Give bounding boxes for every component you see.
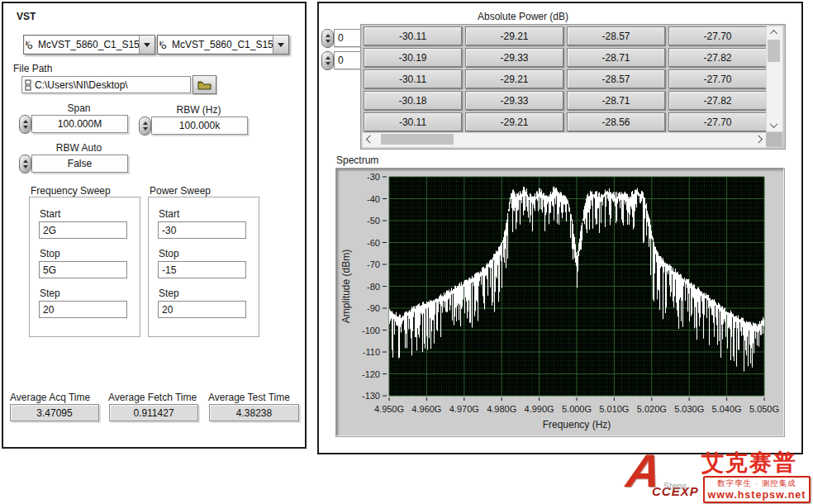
increment-icon[interactable] [326,31,330,37]
table-cell-4-1[interactable]: -29.21 [465,112,563,131]
spectrum-graph-label: Spectrum [336,155,378,166]
file-path-value[interactable]: C:\Users\NI\Desktop\ [35,79,128,91]
scroll-right-button[interactable] [754,133,766,145]
vst-label: VST [17,11,36,22]
table-cell-4-0[interactable]: -30.11 [364,112,462,131]
increment-icon[interactable] [326,54,330,59]
table-cell-0-3[interactable]: -27.70 [668,26,767,45]
table-cell-1-0[interactable]: -30.19 [364,48,462,67]
rbw-auto-label: RBW Auto [31,142,126,154]
hscroll-thumb[interactable] [381,134,454,145]
table-cell-2-3[interactable]: -27.70 [668,69,767,88]
spectrum-graph: 4.950G-304.960G-404.970G-504.980G-604.99… [335,168,785,437]
increment-icon[interactable] [143,119,148,125]
freq-step-label: Step [40,288,60,299]
svg-text:-120: -120 [362,369,380,379]
dropdown-arrow-button[interactable] [273,36,288,54]
spectrum-plot: 4.950G-304.960G-404.970G-504.980G-604.99… [336,169,784,436]
increment-icon[interactable] [23,157,28,163]
svg-text:5.040G: 5.040G [712,404,742,414]
svg-text:-50: -50 [367,216,380,226]
decrement-icon[interactable] [143,127,148,133]
decrement-icon[interactable] [326,40,330,45]
table-cell-3-0[interactable]: -30.18 [364,91,462,110]
power-step-input[interactable]: 20 [158,301,246,318]
avg-acq-time-label: Average Acq Time [10,392,90,403]
table-cell-2-1[interactable]: -29.21 [465,69,563,88]
avg-fetch-time-value: 0.911427 [109,404,198,421]
chevron-left-icon [366,136,374,144]
vst-device-selector-0[interactable]: I⁄ O McVST_5860_C1_S15/0 [23,35,155,55]
svg-text:5.050G: 5.050G [749,404,779,414]
power-start-input[interactable]: -30 [158,221,246,239]
power-start-label: Start [159,208,179,220]
vst-device-selector-1-value[interactable]: McVST_5860_C1_S15/1 [170,39,273,50]
table-cell-1-1[interactable]: -29.33 [465,48,563,67]
avg-test-time-label: Average Test Time [208,392,290,403]
power-table-title: Absolute Power (dB) [424,11,622,22]
results-panel: Absolute Power (dB) 0 0 -30.11-29.21-28.… [317,2,803,454]
table-vscrollbar[interactable] [766,26,783,132]
screen: VST I⁄ O McVST_5860_C1_S15/0 I⁄ O McVST_… [0,0,813,504]
freq-stop-input[interactable]: 5G [39,261,127,278]
span-input[interactable]: 100.000M [31,115,128,133]
power-sweep-label: Power Sweep [150,185,211,197]
folder-icon [197,80,212,90]
scroll-up-button[interactable] [767,26,781,39]
table-cell-0-2[interactable]: -28.57 [567,26,665,45]
avg-test-time-value: 4.38238 [209,404,299,421]
rbw-spinner[interactable] [139,116,151,136]
table-cell-2-2[interactable]: -28.57 [567,69,665,88]
svg-text:4.970G: 4.970G [449,404,479,414]
rbw-auto-input[interactable]: False [31,155,128,173]
path-type-icon [25,79,33,91]
power-table: -30.11-29.21-28.57-27.70-30.19-29.33-28.… [364,26,767,131]
svg-text:-70: -70 [367,259,380,269]
svg-text:4.990G: 4.990G [525,404,554,414]
table-cell-1-3[interactable]: -27.82 [668,48,767,67]
file-path-input[interactable]: C:\Users\NI\Desktop\ [21,76,191,93]
rbw-auto-spinner[interactable] [19,155,31,174]
svg-text:-110: -110 [363,347,380,357]
table-hscrollbar[interactable] [362,132,767,148]
vst-device-selector-1[interactable]: I⁄ O McVST_5860_C1_S15/1 [157,35,289,55]
avg-acq-time-value: 3.47095 [10,404,99,421]
chevron-down-icon [278,43,284,50]
vendor-watermark: A CCEXP 艾克赛普 数字孪生 · 测控集成 www.hstepsw.net… [622,446,813,504]
freq-start-input[interactable]: 2G [39,221,127,239]
decrement-icon[interactable] [326,62,330,68]
vst-device-selector-0-value[interactable]: McVST_5860_C1_S15/0 [36,39,139,50]
svg-text:-100: -100 [362,326,380,335]
table-cell-3-1[interactable]: -29.33 [465,91,563,110]
watermark-overlay-text: Steps [663,481,687,491]
power-step-label: Step [159,288,179,299]
table-cell-1-2[interactable]: -28.71 [567,48,665,67]
span-spinner[interactable] [19,115,31,134]
scroll-down-button[interactable] [767,119,781,131]
table-cell-3-2[interactable]: -28.71 [567,91,665,110]
table-row-index-spinner[interactable] [321,29,334,48]
chevron-up-icon [770,30,778,38]
freq-step-input[interactable]: 20 [39,301,127,318]
dropdown-arrow-button[interactable] [139,36,155,54]
browse-folder-button[interactable] [193,75,216,94]
table-col-index-spinner[interactable] [321,51,334,70]
decrement-icon[interactable] [23,165,28,171]
table-cell-4-2[interactable]: -28.56 [567,112,665,131]
vscroll-thumb[interactable] [768,40,780,62]
watermark-box: 数字孪生 · 测控集成 www.hstepsw.net [703,476,811,503]
freq-start-label: Start [40,208,60,220]
io-resource-icon: I⁄ O [158,40,170,50]
table-cell-0-1[interactable]: -29.21 [465,26,563,45]
rbw-input[interactable]: 100.000k [151,116,248,135]
table-cell-0-0[interactable]: -30.11 [364,26,462,45]
decrement-icon[interactable] [23,126,28,131]
freq-stop-label: Stop [40,248,60,259]
increment-icon[interactable] [23,117,28,123]
scroll-left-button[interactable] [363,133,375,145]
power-stop-input[interactable]: -15 [158,261,246,278]
table-cell-4-3[interactable]: -27.70 [668,112,767,131]
table-cell-2-0[interactable]: -30.11 [364,69,462,88]
table-cell-3-3[interactable]: -27.82 [668,91,767,110]
chevron-right-icon [754,136,763,144]
